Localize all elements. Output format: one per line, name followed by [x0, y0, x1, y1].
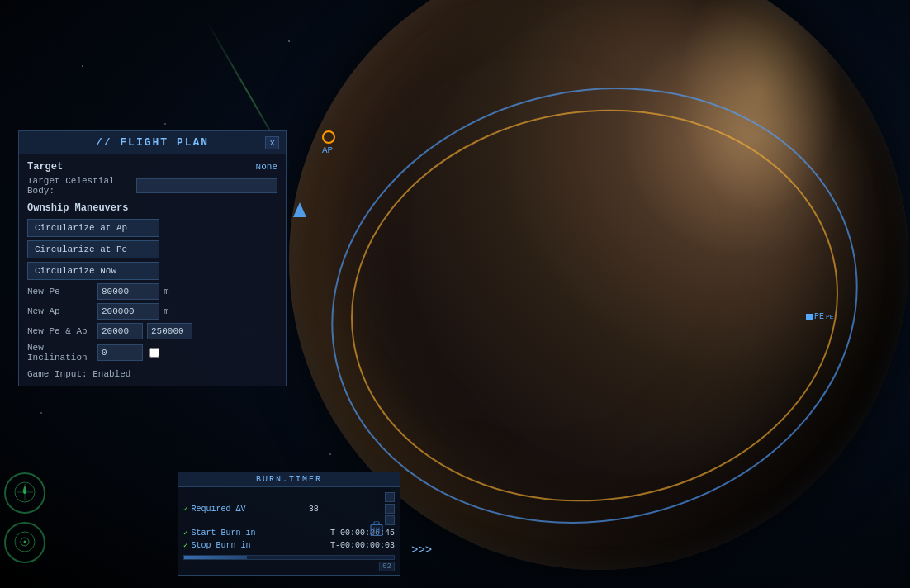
burn-page-num: 02: [379, 562, 395, 571]
inclination-checkbox[interactable]: [149, 348, 159, 358]
stop-burn-check: ✓: [183, 541, 187, 550]
new-inclination-row: New Inclination: [27, 343, 277, 363]
new-ap-input[interactable]: [97, 303, 159, 320]
svg-rect-5: [374, 522, 379, 524]
pe-marker: PE PE: [806, 312, 834, 321]
flight-plan-panel: // FLIGHT PLAN x Target None Target Cele…: [18, 130, 287, 386]
target-row: Target None: [27, 161, 277, 173]
ap-circle: [322, 130, 335, 144]
stop-burn-left: ✓ Stop Burn in: [183, 541, 250, 550]
delete-icon: [370, 522, 383, 537]
burn-bottom-row: 02: [183, 562, 395, 571]
pe-dot-1: [806, 314, 813, 320]
burn-timer-body: ✓ Required ΔV 38 ✓ Start Burn in T-00:00…: [178, 487, 400, 575]
burn-timer-panel: BURN.TIMER ✓ Required ΔV 38 ✓ Start Burn…: [178, 472, 400, 576]
svg-marker-7: [22, 486, 27, 491]
ship-marker: [293, 202, 306, 217]
dv-btn-1[interactable]: [385, 492, 395, 502]
burn-progress-bar: [183, 555, 395, 560]
stop-burn-value: T-00:00:00:03: [330, 541, 395, 550]
new-pe-ap-label: New Pe & Ap: [27, 326, 93, 336]
circularize-at-ap-button[interactable]: Circularize at Ap: [27, 219, 159, 237]
game-input-label: Game Input: Enabled: [27, 369, 130, 379]
delete-button[interactable]: [370, 522, 383, 541]
panel-close-button[interactable]: x: [265, 136, 279, 149]
hud-circle-1: [4, 472, 45, 514]
pe-label-2: PE: [826, 313, 834, 320]
hud-target-icon: [13, 530, 36, 553]
target-celestial-row: Target Celestial Body:: [27, 176, 277, 196]
new-inclination-label: New Inclination: [27, 343, 93, 363]
start-burn-check: ✓: [183, 529, 187, 538]
svg-point-11: [24, 540, 26, 543]
start-burn-value: T-00:00:36:45: [330, 529, 395, 538]
panel-title: // FLIGHT PLAN: [96, 136, 209, 149]
arrow-label[interactable]: >>>: [411, 543, 432, 557]
start-burn-left: ✓ Start Burn in: [183, 529, 255, 538]
hud-bottom-left: [4, 472, 45, 571]
new-pe-ap-row: New Pe & Ap: [27, 323, 277, 339]
required-dv-label: Required ΔV: [191, 505, 245, 514]
none-link[interactable]: None: [256, 162, 277, 172]
new-ap-label: New Ap: [27, 306, 93, 316]
dv-btn-3[interactable]: [385, 515, 395, 525]
hud-circle-2: [4, 522, 45, 563]
burn-timer-header: BURN.TIMER: [178, 472, 400, 487]
start-burn-row: ✓ Start Burn in T-00:00:36:45: [183, 527, 395, 539]
new-pe-ap-input1[interactable]: [97, 323, 143, 339]
arrow-controls[interactable]: >>>: [411, 543, 432, 557]
ship-triangle: [293, 202, 306, 217]
new-pe-unit: m: [164, 287, 169, 296]
new-ap-row: New Ap m: [27, 303, 277, 320]
required-dv-row: ✓ Required ΔV 38: [183, 491, 395, 527]
new-pe-row: New Pe m: [27, 283, 277, 300]
required-dv-left: ✓ Required ΔV: [183, 505, 245, 514]
start-burn-label: Start Burn in: [191, 529, 255, 538]
panel-body: Target None Target Celestial Body: Ownsh…: [19, 154, 286, 386]
circularize-at-pe-button[interactable]: Circularize at Pe: [27, 240, 159, 258]
hud-circle-2-inner: [13, 530, 36, 556]
game-input-row: Game Input: Enabled: [27, 369, 277, 379]
circularize-now-button[interactable]: Circularize Now: [27, 262, 159, 280]
required-dv-check: ✓: [183, 505, 187, 514]
stop-burn-row: ✓ Stop Burn in T-00:00:00:03: [183, 539, 395, 552]
target-label: Target: [27, 161, 63, 173]
target-celestial-input[interactable]: [136, 178, 277, 193]
ownship-header: Ownship Maneuvers: [27, 202, 277, 214]
svg-point-8: [23, 491, 26, 494]
new-pe-ap-input2[interactable]: [147, 323, 192, 339]
required-dv-value: 38: [309, 505, 319, 514]
target-celestial-label: Target Celestial Body:: [27, 176, 132, 196]
new-inclination-input[interactable]: [97, 344, 143, 361]
ap-label: AP: [322, 145, 333, 155]
new-ap-unit: m: [164, 306, 169, 316]
hud-circle-1-inner: [13, 481, 36, 506]
stop-burn-label: Stop Burn in: [191, 541, 250, 550]
burn-progress-fill: [184, 556, 247, 559]
dv-btn-2[interactable]: [385, 504, 395, 514]
panel-titlebar: // FLIGHT PLAN x: [19, 131, 286, 154]
ap-marker: AP: [322, 130, 335, 155]
new-pe-label: New Pe: [27, 287, 93, 296]
pe-label-1: PE: [814, 312, 824, 321]
new-pe-input[interactable]: [97, 283, 159, 300]
hud-nav-icon: [13, 481, 36, 504]
